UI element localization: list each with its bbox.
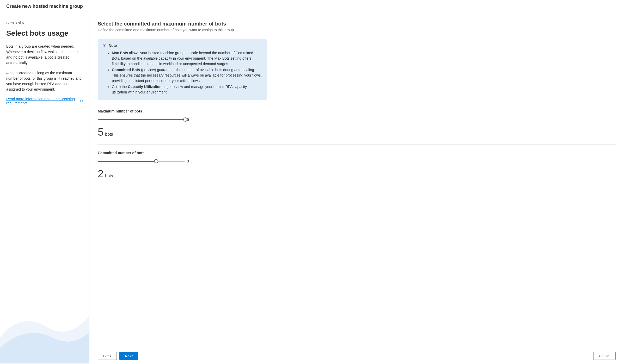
note-item-committed-bots: Committed Bots (preview) guarantees the … [112,67,262,84]
committed-bots-slider-fill [98,161,156,162]
licensing-link[interactable]: Read more information about the licensin… [6,97,83,105]
note-item-max-bots: Max Bots allows your hosted machine grou… [112,50,262,67]
note-header: Note [102,43,262,48]
svg-point-2 [104,45,105,45]
layout: Step 3 of 6 Select bots usage Bots in a … [0,13,624,363]
info-icon [102,43,107,48]
main-title: Select the committed and maximum number … [98,21,616,27]
main-subtitle: Define the committed and maximum number … [98,28,616,32]
committed-bots-slider[interactable] [98,159,185,164]
sidebar-title: Select bots usage [6,29,83,37]
note-list: Max Bots allows your hosted machine grou… [102,50,262,95]
licensing-link-text: Read more information about the licensin… [6,97,78,105]
divider [98,144,616,145]
decorative-wave [0,291,89,363]
committed-bots-slider-thumb[interactable] [154,159,158,163]
page-header: Create new hosted machine group [0,0,624,13]
max-bots-section: Maximum number of bots 5 5 bots [98,109,616,138]
committed-bots-value-display: 2 bots [98,168,616,180]
committed-bots-section: Committed number of bots 3 2 bots [98,151,616,180]
max-bots-label: Maximum number of bots [98,109,616,113]
footer: Back Next Cancel [89,348,624,363]
max-bots-slider-thumb[interactable] [183,117,187,122]
committed-bots-slider-row: 3 [98,159,189,164]
committed-bots-unit: bots [105,174,113,178]
committed-bots-max-label: 3 [187,159,189,163]
max-bots-slider-row: 5 [98,117,189,122]
max-bots-slider-fill [98,119,185,120]
main-panel: Select the committed and maximum number … [89,13,624,363]
sidebar-paragraph-1: Bots in a group are created when needed.… [6,44,83,66]
sidebar: Step 3 of 6 Select bots usage Bots in a … [0,13,89,363]
max-bots-value-display: 5 bots [98,126,616,138]
step-indicator: Step 3 of 6 [6,21,83,25]
note-label: Note [109,43,117,48]
main-content: Select the committed and maximum number … [89,13,624,348]
cancel-button[interactable]: Cancel [593,352,616,360]
back-button[interactable]: Back [98,352,117,360]
note-item-capacity: Go to the Capacity Utilization page to v… [112,84,262,95]
page-title: Create new hosted machine group [6,4,618,9]
next-button[interactable]: Next [119,352,138,360]
max-bots-unit: bots [105,132,113,137]
max-bots-value: 5 [98,126,103,138]
committed-bots-label: Committed number of bots [98,151,616,155]
sidebar-paragraph-2: A bot is created as long as the maximum … [6,70,83,92]
external-link-icon [80,99,83,103]
note-box: Note Max Bots allows your hosted machine… [98,39,267,100]
max-bots-slider[interactable] [98,117,185,122]
committed-bots-value: 2 [98,168,103,180]
